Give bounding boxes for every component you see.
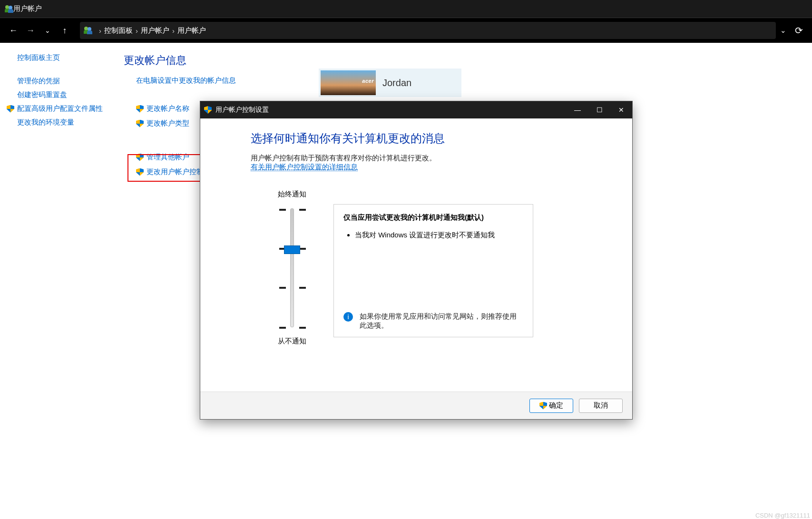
address-bar[interactable]: › 控制面板 › 用户帐户 › 用户帐户 (80, 22, 776, 39)
breadcrumb-separator: › (99, 27, 101, 35)
forward-button[interactable]: → (22, 22, 39, 39)
info-callout: i 如果你使用常见应用和访问常见网站，则推荐使用此选项。 (343, 312, 523, 330)
info-icon: i (343, 312, 353, 322)
up-button[interactable]: ↑ (56, 22, 73, 39)
notification-slider-area: 始终通知 从不通知 (261, 190, 323, 346)
sidebar-link-advanced-profile[interactable]: 配置高级用户配置文件属性 (17, 104, 116, 113)
action-label: 更改帐户名称 (147, 104, 189, 113)
dialog-body: 选择何时通知你有关计算机更改的消息 用户帐户控制有助于预防有害程序对你的计算机进… (200, 118, 632, 392)
breadcrumb-separator: › (136, 27, 138, 35)
window-titlebar: 用户帐户 (0, 0, 812, 18)
ok-label: 确定 (549, 401, 563, 410)
info-panel-heading: 仅当应用尝试更改我的计算机时通知我(默认) (343, 213, 523, 222)
back-button[interactable]: ← (5, 22, 22, 39)
maximize-button[interactable]: ☐ (588, 101, 610, 118)
info-panel-bullet: 当我对 Windows 设置进行更改时不要通知我 (355, 231, 523, 240)
user-card: acer Jordan (319, 69, 461, 97)
shield-icon (136, 120, 144, 127)
window-title: 用户帐户 (13, 4, 42, 13)
watermark: CSDN @gf1321111 (755, 512, 810, 519)
sidebar-link-env-vars[interactable]: 更改我的环境变量 (17, 118, 116, 127)
slider-top-label: 始终通知 (261, 190, 323, 199)
page-title: 更改帐户信息 (124, 53, 798, 68)
minimize-button[interactable]: — (567, 101, 588, 118)
dialog-more-link[interactable]: 有关用户帐户控制设置的详细信息 (251, 163, 358, 171)
cancel-button[interactable]: 取消 (579, 399, 623, 413)
info-callout-text: 如果你使用常见应用和访问常见网站，则推荐使用此选项。 (360, 312, 523, 330)
side-panel: 控制面板主页 管理你的凭据 创建密码重置盘 配置高级用户配置文件属性 更改我的环… (0, 43, 124, 519)
notification-slider[interactable] (290, 208, 294, 327)
shield-icon (7, 105, 14, 113)
cancel-label: 取消 (594, 401, 608, 410)
sidebar-link-credentials[interactable]: 管理你的凭据 (17, 77, 116, 86)
action-label: 更改帐户类型 (147, 119, 189, 128)
address-dropdown[interactable]: ⌄ (776, 26, 790, 35)
dialog-titlebar[interactable]: 用户帐户控制设置 — ☐ ✕ (200, 101, 632, 118)
shield-icon (539, 402, 547, 410)
uac-settings-dialog: 用户帐户控制设置 — ☐ ✕ 选择何时通知你有关计算机更改的消息 用户帐户控制有… (200, 101, 633, 420)
shield-icon (204, 106, 212, 114)
user-name: Jordan (382, 78, 411, 88)
brand-label: acer (362, 78, 374, 84)
shield-icon (136, 105, 144, 113)
user-accounts-icon (5, 5, 13, 13)
shield-icon (136, 168, 144, 176)
slider-bottom-label: 从不通知 (261, 337, 323, 346)
dialog-description: 用户帐户控制有助于预防有害程序对你的计算机进行更改。 (251, 154, 613, 163)
refresh-button[interactable]: ⟳ (790, 22, 807, 39)
control-panel-home-link[interactable]: 控制面板主页 (17, 53, 116, 62)
breadcrumb-item[interactable]: 控制面板 (104, 26, 133, 35)
recent-dropdown[interactable]: ⌄ (39, 22, 56, 39)
breadcrumb-separator: › (172, 27, 175, 35)
shield-icon (136, 154, 144, 161)
dialog-title: 用户帐户控制设置 (215, 106, 269, 114)
user-avatar: acer (321, 70, 376, 95)
close-button[interactable]: ✕ (610, 101, 632, 118)
slider-info-panel: 仅当应用尝试更改我的计算机时通知我(默认) 当我对 Windows 设置进行更改… (333, 204, 533, 337)
breadcrumb-item[interactable]: 用户帐户 (177, 26, 206, 35)
navigation-toolbar: ← → ⌄ ↑ › 控制面板 › 用户帐户 › 用户帐户 ⌄ ⟳ (0, 18, 812, 43)
dialog-footer: 确定 取消 (200, 392, 632, 419)
address-icon (84, 26, 92, 35)
dialog-heading: 选择何时通知你有关计算机更改的消息 (251, 131, 613, 146)
slider-thumb[interactable] (284, 245, 300, 254)
action-change-in-settings[interactable]: 在电脑设置中更改我的帐户信息 (136, 76, 798, 85)
breadcrumb-item[interactable]: 用户帐户 (141, 26, 169, 35)
sidebar-link-password-reset[interactable]: 创建密码重置盘 (17, 90, 116, 99)
ok-button[interactable]: 确定 (529, 399, 573, 413)
action-label: 管理其他帐户 (147, 153, 189, 162)
sidebar-link-label: 配置高级用户配置文件属性 (17, 104, 103, 113)
